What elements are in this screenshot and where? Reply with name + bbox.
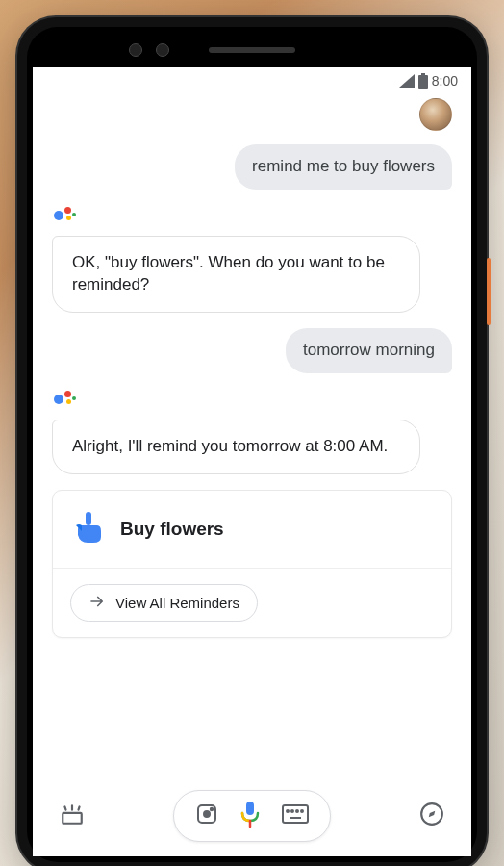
svg-point-6 [211, 808, 213, 810]
keyboard-icon[interactable] [282, 804, 309, 828]
phone-speaker-row [33, 33, 471, 67]
lens-icon[interactable] [195, 802, 218, 829]
svg-point-5 [204, 811, 210, 817]
user-bubble: remind me to buy flowers [235, 144, 452, 190]
svg-rect-1 [421, 73, 425, 75]
phone-frame: 8:00 remind me to buy flowers OK, "buy f… [17, 17, 487, 866]
user-message: tomorrow morning [52, 328, 452, 373]
svg-point-11 [291, 810, 293, 812]
view-all-label: View All Reminders [115, 595, 239, 611]
reminder-card: Buy flowers View All Reminders [52, 490, 452, 638]
assistant-message: Alright, I'll remind you tomorrow at 8:0… [52, 389, 452, 474]
screen: 8:00 remind me to buy flowers OK, "buy f… [33, 67, 471, 856]
mic-icon[interactable] [239, 801, 261, 831]
assistant-bubble: OK, "buy flowers". When do you want to b… [52, 236, 420, 313]
bottom-bar [33, 785, 471, 856]
svg-point-13 [301, 810, 303, 812]
svg-rect-9 [283, 805, 308, 823]
svg-rect-3 [63, 813, 82, 824]
arrow-right-icon [88, 593, 106, 613]
svg-point-10 [287, 810, 289, 812]
svg-rect-0 [418, 75, 428, 89]
user-message: remind me to buy flowers [52, 144, 452, 190]
view-all-reminders-chip[interactable]: View All Reminders [70, 584, 258, 622]
svg-rect-2 [86, 512, 91, 525]
battery-icon [418, 73, 428, 89]
assistant-bubble: Alright, I'll remind you tomorrow at 8:0… [52, 420, 420, 474]
signal-icon [399, 74, 415, 88]
svg-rect-7 [246, 802, 254, 815]
svg-point-12 [296, 810, 298, 812]
status-bar: 8:00 [33, 67, 471, 94]
power-button [487, 258, 491, 325]
reminder-row[interactable]: Buy flowers [53, 491, 451, 568]
input-pill [173, 790, 331, 842]
status-time: 8:00 [432, 73, 458, 89]
updates-icon[interactable] [60, 802, 85, 830]
assistant-logo-icon [54, 389, 75, 408]
user-bubble: tomorrow morning [286, 328, 452, 373]
reminder-finger-icon [76, 512, 103, 547]
explore-icon[interactable] [419, 802, 444, 830]
conversation-area: remind me to buy flowers OK, "buy flower… [33, 94, 471, 785]
user-avatar[interactable] [419, 98, 452, 131]
reminder-title: Buy flowers [120, 519, 224, 540]
assistant-logo-icon [54, 205, 75, 224]
assistant-message: OK, "buy flowers". When do you want to b… [52, 205, 452, 313]
